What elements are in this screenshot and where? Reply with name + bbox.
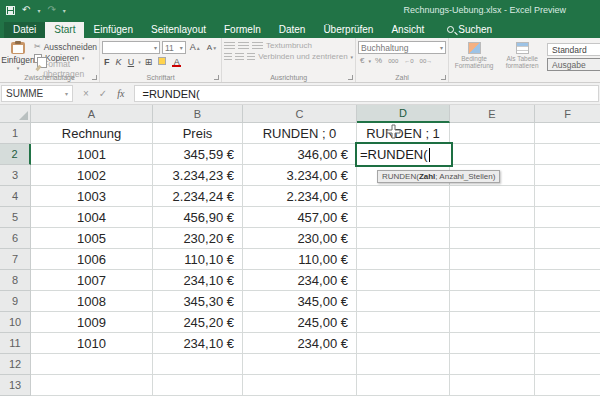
decrease-decimal-icon[interactable]: 00→ [418, 58, 435, 64]
align-middle-icon[interactable] [238, 42, 249, 50]
cell[interactable]: 234,10 € [153, 333, 243, 354]
cell[interactable] [450, 186, 535, 207]
cell[interactable] [450, 144, 535, 165]
cell[interactable] [535, 375, 600, 396]
cell[interactable] [535, 270, 600, 291]
number-dialog-launcher[interactable] [441, 75, 446, 80]
column-header-a[interactable]: A [31, 105, 153, 123]
cell[interactable] [450, 123, 535, 144]
cancel-icon[interactable]: × [83, 88, 89, 99]
cell[interactable]: 345,00 € [243, 291, 357, 312]
conditional-formatting-button[interactable]: Bedingte Formatierung [451, 41, 497, 71]
bold-button[interactable]: F [102, 56, 112, 68]
cell[interactable]: 234,00 € [243, 270, 357, 291]
insert-function-icon[interactable]: fx [117, 88, 124, 99]
cell[interactable]: Rechnung [31, 123, 153, 144]
cell[interactable]: 230,20 € [153, 228, 243, 249]
cell[interactable] [450, 375, 535, 396]
cell[interactable]: 1010 [31, 333, 153, 354]
cell[interactable] [535, 123, 600, 144]
accounting-format-icon[interactable]: € [358, 56, 366, 65]
cell[interactable]: 1004 [31, 207, 153, 228]
tell-me-search[interactable]: Suchen [447, 24, 492, 38]
cell[interactable]: 1001 [31, 144, 153, 165]
merge-dropdown-icon[interactable]: ▾ [351, 54, 354, 60]
cell[interactable] [357, 291, 450, 312]
row-header[interactable]: 7 [0, 249, 31, 270]
cell-style-ausgabe[interactable]: Ausgabe [547, 58, 600, 71]
cell[interactable]: 1003 [31, 186, 153, 207]
cell[interactable] [357, 228, 450, 249]
paste-button[interactable]: Einfügen ▾ [2, 41, 34, 71]
cell[interactable] [357, 270, 450, 291]
cell[interactable] [535, 333, 600, 354]
customize-quick-access-icon[interactable]: ▾ [63, 7, 66, 14]
cell[interactable]: 1007 [31, 270, 153, 291]
comma-style-icon[interactable]: 000 [386, 58, 400, 64]
cell[interactable]: 230,00 € [243, 228, 357, 249]
cell-style-standard[interactable]: Standard [547, 43, 600, 56]
row-header[interactable]: 8 [0, 270, 31, 291]
row-header[interactable]: 2 [0, 144, 31, 165]
cell[interactable] [450, 270, 535, 291]
cell[interactable]: 1009 [31, 312, 153, 333]
cell[interactable]: 346,00 € [243, 144, 357, 165]
cell[interactable]: RUNDEN ; 0 [243, 123, 357, 144]
cell[interactable]: 234,10 € [153, 270, 243, 291]
fill-color-button[interactable] [156, 56, 168, 68]
select-all-corner[interactable] [0, 105, 31, 123]
cell[interactable] [535, 165, 600, 186]
cell[interactable]: 3.234,23 € [153, 165, 243, 186]
grow-font-button[interactable]: A▲ [188, 41, 203, 54]
editing-cell-d2[interactable]: =RUNDEN( [355, 142, 453, 167]
column-header-d[interactable]: D [357, 105, 450, 123]
tab-formeln[interactable]: Formeln [215, 22, 270, 38]
align-right-icon[interactable] [247, 53, 255, 61]
column-header-e[interactable]: E [450, 105, 535, 123]
cell[interactable] [243, 375, 357, 396]
column-header-f[interactable]: F [535, 105, 600, 123]
cell[interactable]: 2.234,00 € [243, 186, 357, 207]
shrink-font-button[interactable]: A▼ [205, 42, 219, 54]
cell[interactable] [450, 354, 535, 375]
font-color-button[interactable]: A [170, 58, 183, 67]
format-as-table-button[interactable]: Als Tabelle formatieren [499, 41, 545, 71]
cell[interactable] [357, 375, 450, 396]
borders-button[interactable]: ⊞ [143, 56, 155, 68]
cell[interactable] [535, 228, 600, 249]
cell[interactable] [535, 249, 600, 270]
underline-dropdown-icon[interactable]: ▾ [138, 59, 141, 65]
name-box[interactable]: SUMME ▾ [1, 85, 73, 102]
cell[interactable] [31, 354, 153, 375]
align-center-icon[interactable] [235, 53, 243, 61]
cell[interactable]: RUNDEN ; 1 [357, 123, 450, 144]
cell[interactable]: 1002 [31, 165, 153, 186]
cell[interactable] [357, 186, 450, 207]
cell[interactable]: Preis [153, 123, 243, 144]
cell[interactable] [153, 354, 243, 375]
italic-button[interactable]: K [114, 56, 124, 68]
cell[interactable] [243, 354, 357, 375]
cell[interactable] [357, 354, 450, 375]
alignment-dialog-launcher[interactable] [348, 75, 353, 80]
cell[interactable] [535, 144, 600, 165]
percent-style-icon[interactable]: % [373, 56, 384, 65]
row-header[interactable]: 12 [0, 354, 31, 375]
cell[interactable] [31, 375, 153, 396]
cell[interactable]: 234,00 € [243, 333, 357, 354]
cut-button[interactable]: ✂ Ausschneiden [34, 42, 97, 52]
font-name-combo[interactable]: ▾ [102, 41, 160, 54]
align-bottom-icon[interactable] [252, 42, 263, 50]
formula-input[interactable]: =RUNDEN( [134, 85, 599, 102]
save-icon[interactable] [6, 6, 15, 15]
cell[interactable] [535, 354, 600, 375]
font-dialog-launcher[interactable] [214, 75, 219, 80]
cell[interactable] [450, 312, 535, 333]
cell[interactable]: 245,20 € [153, 312, 243, 333]
undo-dropdown-icon[interactable]: ▾ [37, 7, 40, 14]
tab-start[interactable]: Start [45, 22, 84, 38]
cell[interactable]: 2.234,24 € [153, 186, 243, 207]
paste-dropdown-icon[interactable]: ▾ [17, 65, 20, 71]
merge-center-button[interactable]: Verbinden und zentrieren [258, 52, 347, 61]
cell[interactable] [357, 207, 450, 228]
